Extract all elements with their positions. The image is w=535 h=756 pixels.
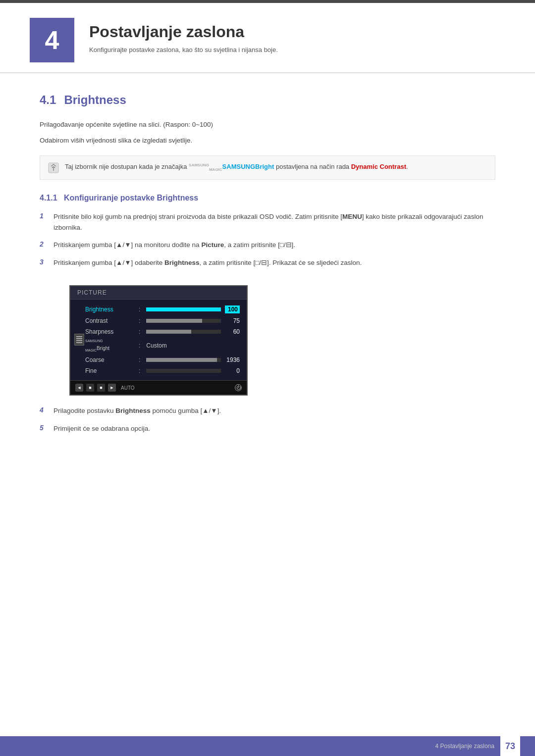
chapter-title: Postavljanje zaslona xyxy=(89,23,278,41)
osd-row-brightness: Brightness : 100 xyxy=(70,303,247,315)
steps-after-list: 4 Prilagodite postavku Brightness pomoću… xyxy=(40,405,495,434)
osd-bar-fine xyxy=(146,369,221,373)
osd-bar-contrast xyxy=(146,319,221,323)
step-2-text: Pritiskanjem gumba [▲/▼] na monitoru dođ… xyxy=(54,240,295,251)
osd-bar-brightness xyxy=(146,307,221,311)
osd-row-fine: Fine : 0 xyxy=(70,365,247,376)
osd-value-contrast: 75 xyxy=(225,317,240,324)
osd-bottom-bar: ◄ ■ ■ ► AUTO ⏻ xyxy=(70,380,247,395)
step-4: 4 Prilagodite postavku Brightness pomoću… xyxy=(40,405,495,416)
step-5-number: 5 xyxy=(40,423,54,432)
footer-page-number: 73 xyxy=(500,736,520,756)
osd-power-btn[interactable]: ⏻ xyxy=(235,384,242,391)
chapter-subtitle: Konfigurirajte postavke zaslona, kao što… xyxy=(89,46,278,53)
note-text: Taj izbornik nije dostupan kada je znača… xyxy=(65,162,408,173)
osd-value-brightness: 100 xyxy=(225,305,240,313)
steps-list: 1 Pritisnite bilo koji gumb na prednjoj … xyxy=(40,211,495,268)
osd-bar-fill-sharpness xyxy=(146,330,191,334)
step-3-text: Pritiskanjem gumba [▲/▼] odaberite Brigh… xyxy=(54,257,362,268)
note-dynamic: Dynamic Contrast xyxy=(351,163,406,170)
step-1: 1 Pritisnite bilo koji gumb na prednjoj … xyxy=(40,211,495,233)
step-3-number: 3 xyxy=(40,257,54,266)
subsection-number: 4.1.1 xyxy=(40,194,57,202)
step-5-text: Primijenit će se odabrana opcija. xyxy=(54,423,150,434)
osd-label-fine: Fine xyxy=(85,367,135,374)
osd-label-brightness: Brightness xyxy=(85,306,135,313)
osd-bar-fill-contrast xyxy=(146,319,202,323)
osd-btn-left[interactable]: ◄ xyxy=(75,384,83,392)
main-content: 4.1 Brightness Prilagođavanje općenite s… xyxy=(0,73,535,480)
osd-header: PICTURE xyxy=(70,286,247,300)
step-2-number: 2 xyxy=(40,240,54,248)
osd-value-fine: 0 xyxy=(225,367,240,374)
osd-value-coarse: 1936 xyxy=(225,356,240,363)
section-number: 4.1 xyxy=(40,93,56,107)
osd-label-sharpness: Sharpness xyxy=(85,328,135,335)
note-icon xyxy=(48,162,59,173)
step-4-number: 4 xyxy=(40,405,54,414)
osd-btn-plus[interactable]: ■ xyxy=(97,384,105,392)
step-1-text: Pritisnite bilo koji gumb na prednjoj st… xyxy=(54,211,495,233)
step-3: 3 Pritiskanjem gumba [▲/▼] odaberite Bri… xyxy=(40,257,495,268)
osd-screen: PICTURE Brightness : 100 xyxy=(69,285,248,396)
osd-value-sharpness: 60 xyxy=(225,328,240,335)
note-text-before: Taj izbornik nije dostupan kada je znača… xyxy=(65,163,189,170)
chapter-number: 4 xyxy=(30,18,74,62)
osd-auto-label: AUTO xyxy=(121,385,135,391)
osd-container: PICTURE Brightness : 100 xyxy=(69,285,248,396)
step-2: 2 Pritiskanjem gumba [▲/▼] na monitoru d… xyxy=(40,240,495,251)
section-para1: Prilagođavanje općenite svjetline na sli… xyxy=(40,119,495,130)
chapter-header: 4 Postavljanje zaslona Konfigurirajte po… xyxy=(0,3,535,73)
osd-bar-sharpness xyxy=(146,330,221,334)
osd-row-coarse: Coarse : 1936 xyxy=(70,354,247,365)
osd-rows: Brightness : 100 Contrast : 75 xyxy=(70,300,247,381)
osd-btn-minus[interactable]: ■ xyxy=(86,384,94,392)
step-1-number: 1 xyxy=(40,211,54,220)
section-title-text: Brightness xyxy=(64,93,126,107)
osd-label-magic-bright: SAMSUNGMAGICBright xyxy=(85,339,135,353)
osd-custom-value: Custom xyxy=(146,342,166,349)
osd-row-sharpness: Sharpness : 60 xyxy=(70,326,247,337)
osd-side-icon xyxy=(74,334,84,346)
osd-bar-fill-coarse xyxy=(146,358,217,362)
note-end: . xyxy=(406,163,408,170)
osd-row-magic-bright: SAMSUNGMAGICBright : Custom xyxy=(70,337,247,355)
chapter-title-area: Postavljanje zaslona Konfigurirajte post… xyxy=(89,18,278,53)
step-5: 5 Primijenit će se odabrana opcija. xyxy=(40,423,495,434)
note-mid: postavljena na način rada xyxy=(274,163,351,170)
note-box: Taj izbornik nije dostupan kada je znača… xyxy=(40,155,495,180)
section-para2: Odabirom viših vrijednosti slika će izgl… xyxy=(40,135,495,146)
osd-label-contrast: Contrast xyxy=(85,317,135,324)
note-brand: SAMSUNGMAGICSAMSUNGBright xyxy=(189,163,274,170)
osd-bar-coarse xyxy=(146,358,221,362)
footer-chapter-text: 4 Postavljanje zaslona xyxy=(435,743,494,750)
subsection-4-1-1-title: 4.1.1 Konfiguriranje postavke Brightness xyxy=(40,194,495,202)
step-4-text: Prilagodite postavku Brightness pomoću g… xyxy=(54,405,221,416)
section-4-1-title: 4.1 Brightness xyxy=(40,93,495,107)
footer: 4 Postavljanje zaslona 73 xyxy=(0,736,535,756)
subsection-title-text: Konfiguriranje postavke Brightness xyxy=(64,194,198,202)
osd-bar-fill-brightness xyxy=(146,307,221,311)
osd-btn-right[interactable]: ► xyxy=(108,384,116,392)
osd-label-coarse: Coarse xyxy=(85,356,135,363)
osd-row-contrast: Contrast : 75 xyxy=(70,315,247,326)
section-body: Prilagođavanje općenite svjetline na sli… xyxy=(40,119,495,146)
